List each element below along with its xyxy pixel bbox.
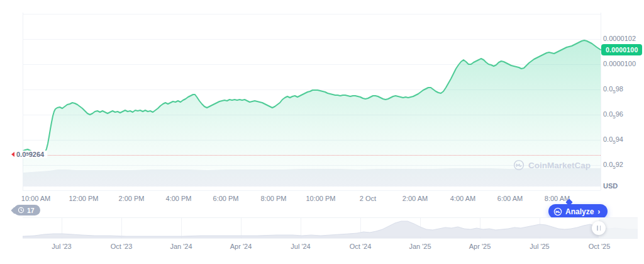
analyze-label: Analyze (565, 207, 594, 216)
navigator-tick-label: Jul '25 (530, 243, 549, 250)
x-axis-tick-label: 2 Oct (360, 195, 376, 202)
reference-marker-icon (11, 152, 14, 157)
x-axis-tick-label: 6:00 PM (213, 195, 239, 202)
history-count: 17 (27, 207, 35, 214)
y-axis-unit-label: USD (603, 182, 618, 190)
handle-grip-bar (597, 226, 598, 231)
reference-price-label: 0.059264 (10, 151, 47, 158)
coinmarketcap-watermark: CoinMarketCap (513, 159, 591, 171)
current-price-badge: 0.0000100 (601, 44, 642, 55)
x-axis-tick-label: 2:00 AM (402, 195, 428, 202)
navigator-area (23, 221, 638, 238)
navigator-tick-label: Oct '25 (589, 243, 611, 250)
analyze-ai-icon (553, 207, 562, 216)
navigator-tick-label: Jul '23 (52, 243, 71, 250)
navigator-handle[interactable] (592, 221, 606, 235)
x-axis-tick-label: 12:00 PM (69, 195, 98, 202)
navigator-tick-label: Oct '24 (350, 243, 372, 250)
y-axis-tick-label: 0.0594 (603, 135, 623, 145)
range-navigator[interactable] (23, 217, 638, 239)
x-axis-tick-label: 6:00 AM (497, 195, 523, 202)
navigator-tick-label: Apr '24 (230, 243, 252, 250)
y-axis-tick-label: 0.0000100 (603, 60, 636, 67)
navigator-tick-label: Oct '23 (111, 243, 133, 250)
navigator-tick-label: Jan '25 (409, 243, 431, 250)
clock-icon (18, 207, 25, 214)
reference-price-line (23, 155, 601, 156)
handle-grip-bar (600, 226, 601, 231)
y-axis-tick-label: 0.0000102 (603, 35, 636, 42)
x-axis-tick-label: 4:00 PM (166, 195, 192, 202)
reference-value-suffix: 9264 (29, 151, 44, 158)
navigator-tick-label: Apr '25 (469, 243, 491, 250)
analyze-button[interactable]: Analyze › (548, 204, 608, 219)
y-axis-tick-label: 0.0598 (603, 85, 623, 95)
price-chart-widget: 0.059264 CoinMarketCap 0.00001020.000010… (0, 0, 644, 264)
reference-value-prefix: 0.0 (16, 151, 26, 158)
x-axis-tick-label: 8:00 PM (261, 195, 287, 202)
x-axis-tick-label: 2:00 PM (119, 195, 145, 202)
y-axis-tick-label: 0.0592 (603, 161, 623, 170)
x-axis-tick-label: 10:00 PM (306, 195, 335, 202)
coinmarketcap-logo-icon (513, 159, 525, 171)
navigator-tick-label: Jul '24 (291, 243, 310, 250)
navigator-chart (23, 218, 638, 238)
chevron-right-icon: › (597, 207, 600, 216)
y-axis-tick-label: 0.0596 (603, 110, 623, 120)
x-axis-tick-label: 10:00 AM (21, 195, 50, 202)
x-axis-tick-label: 4:00 AM (450, 195, 475, 202)
history-count-badge[interactable]: 17 (14, 205, 40, 215)
navigator-tick-label: Jan '24 (170, 243, 192, 250)
watermark-label: CoinMarketCap (528, 161, 591, 170)
